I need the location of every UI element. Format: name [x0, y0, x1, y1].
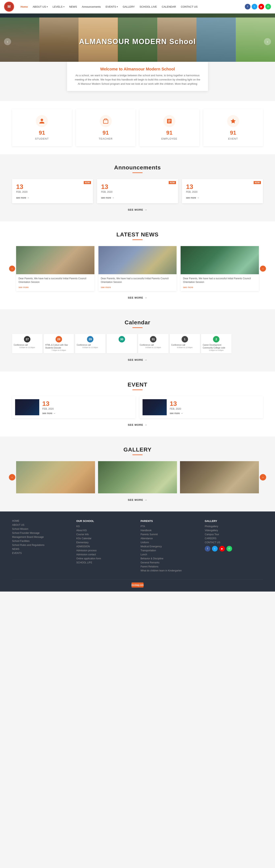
nav-gallery[interactable]: GALLERY [120, 4, 137, 10]
nav-school-live[interactable]: SCHOOL LIVE [137, 4, 159, 10]
event-info-2: 13 FEB, 2020 see more → [170, 400, 183, 415]
nav-announcements[interactable]: Announcements [80, 4, 103, 10]
events-see-more-button[interactable]: SEE MORE → [12, 423, 263, 426]
footer-link-parents-summit[interactable]: Parents Summit [141, 533, 199, 536]
nav-levels[interactable]: LEVELS ▾ [50, 4, 67, 10]
news-see-more-2[interactable]: see more [101, 286, 111, 289]
announcements-see-more-button[interactable]: SEE MORE → [12, 208, 263, 211]
footer-link-admission-contact[interactable]: Admission contact [76, 553, 134, 556]
whatsapp-icon[interactable]: ✆ [265, 4, 271, 9]
footer-link-elementary[interactable]: Elementary [76, 541, 134, 544]
footer-link-lunch[interactable]: Lunch [141, 553, 199, 556]
news-next-button[interactable]: › [260, 266, 266, 272]
calendar-section: Calendar 27 Conference call 9:00am to 12… [0, 309, 275, 371]
event-see-more-2[interactable]: see more → [170, 412, 183, 415]
footer-link-home[interactable]: HOME [12, 520, 70, 522]
footer-whatsapp-icon[interactable]: ✆ [226, 546, 232, 552]
teacher-icon [103, 118, 109, 124]
footer-link-rules[interactable]: School Rules and Regulations [12, 544, 70, 547]
footer-link-kindergarten[interactable]: What do children learn in Kindergarten [141, 569, 199, 572]
welcome-title: Welcome to Almansour Modern School [74, 67, 201, 71]
footer-link-about[interactable]: ABOUT US [12, 524, 70, 526]
footer-link-parent-relations[interactable]: Parent Relations [141, 565, 199, 568]
news-grid: Dear Parents, We have had a successful I… [16, 246, 259, 291]
footer-facebook-icon[interactable]: f [205, 546, 210, 552]
youtube-icon[interactable]: ▶ [258, 4, 264, 9]
cal-day-empty [233, 334, 263, 353]
nav-events[interactable]: EVENTS ▾ [103, 4, 120, 10]
latest-news-section: LATEST NEWS ‹ Dear Parents, We have had … [0, 221, 275, 309]
cal-time-1: 9:00am to 12:00pm [171, 346, 198, 348]
cal-event-31: Conference call [140, 344, 167, 346]
announcement-see-more-3[interactable]: see more → [186, 196, 259, 199]
stat-card-teacher: 91 TEACHER [76, 109, 136, 146]
hero-next-button[interactable]: › [264, 38, 271, 45]
gallery-image-1[interactable] [16, 461, 95, 493]
footer-twitter-icon[interactable]: t [212, 546, 218, 552]
footer-link-school-life[interactable]: SCHOOL LIFE [76, 561, 134, 564]
footer-link-careers[interactable]: CAREERS [205, 537, 263, 540]
footer-link-admission-process[interactable]: Admission process [76, 549, 134, 552]
footer-link-founder[interactable]: School Founder Message [12, 532, 70, 534]
footer: HOME ABOUT US School Mission School Foun… [0, 512, 275, 592]
gallery-next-button[interactable]: › [260, 474, 266, 480]
cal-day-num-29: 29 [87, 336, 93, 342]
footer-youtube-icon[interactable]: ▶ [219, 546, 225, 552]
footer-link-events[interactable]: EVENTS [12, 552, 70, 555]
footer-link-behavior[interactable]: Behavior & Discipline [141, 557, 199, 560]
footer-link-board[interactable]: Management Board Message [12, 536, 70, 538]
footer-link-admission[interactable]: ADMISSION [76, 545, 134, 548]
calendar-title: Calendar [12, 319, 263, 326]
footer-link-uniform[interactable]: Uniform [141, 541, 199, 544]
logo[interactable]: M [4, 2, 14, 12]
cal-time-31: 9:00am to 12:00pm [140, 346, 167, 348]
footer-link-kgs-calendar[interactable]: KGs Calendar [76, 537, 134, 540]
announcement-see-more-2[interactable]: see more → [101, 196, 174, 199]
news-see-more-1[interactable]: see more [19, 286, 29, 289]
announcement-badge-2: NOW [169, 181, 176, 184]
footer-link-kg[interactable]: KG [76, 525, 134, 528]
nav-calendar[interactable]: CALENDAR [159, 4, 178, 10]
footer-link-campus-tour[interactable]: Campus Tour [205, 533, 263, 536]
gallery-prev-button[interactable]: ‹ [9, 474, 15, 480]
announcement-see-more-1[interactable]: see more → [16, 196, 89, 199]
nav-about[interactable]: ABOUT US ▾ [30, 4, 50, 10]
news-prev-button[interactable]: ‹ [9, 266, 15, 272]
footer-link-transportation[interactable]: Transportation [141, 549, 199, 552]
gallery-image-3[interactable] [180, 461, 259, 493]
cal-day-num-2: 2 [213, 336, 219, 342]
stats-grid: 91 STUDENT 91 TEACHER 91 EMPLOYEE 91 EVE… [12, 109, 263, 146]
news-see-more-button[interactable]: SEE MORE → [12, 296, 263, 299]
calendar-see-more-button[interactable]: SEE MORE → [12, 358, 263, 361]
event-see-more-1[interactable]: see more → [42, 412, 56, 415]
footer-link-course-info[interactable]: Course Info [76, 533, 134, 536]
gallery-see-more-button[interactable]: SEE MORE → [12, 498, 263, 501]
facebook-icon[interactable]: f [245, 4, 250, 9]
footer-link-contact-us[interactable]: CONTACT US [205, 541, 263, 544]
footer-link-photogallery[interactable]: Photogallery [205, 525, 263, 528]
gallery-image-2[interactable] [98, 461, 177, 493]
footer-link-online-application[interactable]: Online application form [76, 557, 134, 560]
nav-contact[interactable]: CONTACT US [178, 4, 200, 10]
footer-link-mission[interactable]: School Mission [12, 528, 70, 530]
footer-link-pta[interactable]: PTA [141, 525, 199, 528]
footer-link-news[interactable]: NEWS [12, 548, 70, 551]
footer-grid: HOME ABOUT US School Mission School Foun… [12, 520, 263, 573]
cal-event-2: Career Development Community College cod… [203, 344, 230, 349]
footer-link-attendance[interactable]: Attendance [141, 537, 199, 540]
nav-home[interactable]: Home [18, 4, 30, 10]
footer-link-general-remarks[interactable]: General Remarks [141, 561, 199, 564]
footer-link-facilities[interactable]: School Facilities [12, 539, 70, 542]
teacher-label: TEACHER [80, 137, 132, 140]
footer-link-about-kg[interactable]: About KG [76, 529, 134, 532]
footer-link-handbook[interactable]: Handbook [141, 529, 199, 532]
hero-prev-button[interactable]: ‹ [4, 38, 11, 45]
stat-card-student: 91 STUDENT [12, 109, 72, 146]
employee-icon [166, 118, 172, 124]
footer-link-medical[interactable]: Medical Emergency [141, 545, 199, 548]
cal-event-1: Conference call [171, 344, 198, 346]
nav-news[interactable]: NEWS [67, 4, 80, 10]
footer-link-videogallery[interactable]: Videogallery [205, 529, 263, 532]
news-see-more-3[interactable]: see more [183, 286, 193, 289]
twitter-icon[interactable]: t [252, 4, 257, 9]
